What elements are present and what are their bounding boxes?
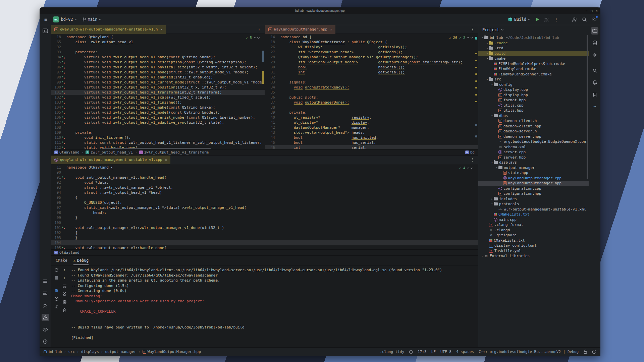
tab-options-icon[interactable]: ⋮ xyxy=(470,157,475,162)
tree-item[interactable]: Cdisplay.cpp xyxy=(478,87,589,93)
breadcrumb-item[interactable]: fzwlr_output_head_v1_transform xyxy=(139,150,209,155)
code-line[interactable]: 18 class WaylandOrchestrator : public QO… xyxy=(265,40,478,45)
settings-button[interactable] xyxy=(592,17,597,22)
next-issue-icon[interactable] xyxy=(471,36,473,38)
bookmarks-icon[interactable] xyxy=(591,91,598,98)
run-button[interactable] xyxy=(536,17,539,21)
tab-waylandoutputmanager-hpp[interactable]: H WaylandOutputManager.hpp ✕ xyxy=(265,25,335,34)
inspection-widget-right[interactable]: ⚠ 26 ✓ 2 xyxy=(449,36,473,40)
vcs-branch-selector[interactable]: main xyxy=(81,16,102,22)
tree-item[interactable]: CMakeLists.txt xyxy=(478,212,589,217)
status-breadcrumb-item[interactable]: src xyxy=(68,350,75,354)
code-line[interactable]: 31 int getSerial(); xyxy=(265,70,478,75)
tree-item[interactable]: Hdaemon-server.hpp xyxy=(478,134,589,139)
code-line[interactable]: 104 xyxy=(51,240,478,245)
code-line[interactable]: 97▲▼ virtual void zwlr_output_head_v1_mo… xyxy=(51,70,265,75)
code-line[interactable]: 27 std::vector<output_head*> getHeads(); xyxy=(265,50,478,55)
code-line[interactable]: 26 wl_display* getDisplay(); xyxy=(265,45,478,50)
code-line[interactable]: 103 } xyxy=(51,235,478,240)
next-issue-icon[interactable] xyxy=(257,36,260,38)
code-line[interactable]: 32 xyxy=(265,75,478,80)
code-line[interactable]: 108 xyxy=(51,125,265,130)
breadcrumb-item[interactable]: Nbd xyxy=(465,150,475,155)
code-line[interactable]: 99 } xyxy=(51,215,478,220)
tab-debug[interactable]: ⚠Debug xyxy=(73,256,89,265)
stripe-mark[interactable] xyxy=(262,71,264,84)
breadcrumb-item[interactable]: Szwlr_output_head_v1 xyxy=(86,150,133,155)
tree-item[interactable]: ▾cmake xyxy=(478,56,589,61)
code-line[interactable]: 104▲▼ virtual void zwlr_output_head_v1_m… xyxy=(51,105,265,110)
code-line[interactable]: 39 private: xyxy=(265,110,478,115)
tree-item[interactable]: ▾output-manager xyxy=(478,165,589,171)
code-line[interactable]: 100 xyxy=(51,220,478,225)
tree-item[interactable]: ▾displays xyxy=(478,160,589,165)
tree-item[interactable]: FindWayland.cmake xyxy=(478,66,589,72)
code-line[interactable]: 94▲▼ virtual void zwlr_output_head_v1_na… xyxy=(51,55,265,60)
run-context[interactable]: C++: org.buddiesofbudgie.Bu...aemonV2 | … xyxy=(479,350,579,354)
status-breadcrumb-item[interactable]: output-manager xyxy=(105,350,136,354)
code-line[interactable]: 30 bool hasSerial(); xyxy=(265,65,478,70)
more-tools-icon[interactable]: ⋯ xyxy=(591,103,598,110)
rerun-icon[interactable] xyxy=(54,267,59,272)
code-line[interactable]: 101▲▼ virtual void zwlr_output_head_v1_t… xyxy=(51,90,265,95)
run-configuration-selector[interactable]: Build xyxy=(506,16,531,22)
status-breadcrumb-item[interactable]: HWaylandOutputManager.hpp xyxy=(143,350,201,354)
code-line[interactable]: 90 xyxy=(51,170,478,175)
tree-item[interactable]: Hconfiguration.hpp xyxy=(478,191,589,196)
status-breadcrumb-item[interactable]: bd-lab xyxy=(49,350,62,354)
tree-item[interactable]: Hdaemon-client.hpp xyxy=(478,124,589,129)
tree-item[interactable]: Y.clang-format xyxy=(478,222,589,228)
tree-toggle-icon[interactable]: ▾ xyxy=(490,202,494,205)
code-editor[interactable]: 14namespace bd {18 class WaylandOrchestr… xyxy=(265,34,478,149)
tree-toggle-icon[interactable]: ▸ xyxy=(481,254,484,257)
tree-toggle-icon[interactable]: ▾ xyxy=(481,36,484,39)
tree-item[interactable]: ▸.zed xyxy=(478,46,589,51)
code-editor[interactable]: 18namespace QtWayland {65 class zwlr_out… xyxy=(51,34,265,149)
unlock-icon[interactable] xyxy=(583,350,587,354)
code-line[interactable]: 97 static_cast<zwlr_output_manager_v1 *>… xyxy=(51,205,478,210)
stop-icon[interactable] xyxy=(54,276,59,280)
ai-assistant-icon[interactable] xyxy=(591,51,598,59)
todo-list-icon[interactable] xyxy=(42,278,49,285)
code-line[interactable]: 93 struct ::zwlr_output_manager_v1 *obje… xyxy=(51,185,478,190)
prev-issue-icon[interactable] xyxy=(467,167,469,170)
stripe-mark[interactable] xyxy=(475,80,477,82)
tree-item[interactable]: Cmain.cpp xyxy=(478,217,589,223)
project-panel-header[interactable]: Project xyxy=(478,25,589,35)
clear-trash-icon[interactable] xyxy=(62,308,67,312)
database-icon[interactable] xyxy=(591,39,598,47)
tree-item[interactable]: Hdaemon-client.h xyxy=(478,118,589,124)
tab-qwayland-header[interactable]: H qwayland-wlr-output-management-unstabl… xyxy=(51,25,166,34)
code-line[interactable]: 105▲▼ virtual void zwlr_output_head_v1_m… xyxy=(51,110,265,115)
project-selector[interactable]: BL bd-v2 xyxy=(52,16,77,23)
tree-toggle-icon[interactable]: ▾ xyxy=(490,161,494,164)
code-line[interactable]: 45 bool has_serial; xyxy=(265,140,478,145)
tree-item[interactable]: HWaylandOutputManager.hpp xyxy=(478,181,589,186)
error-stripe[interactable] xyxy=(475,35,478,149)
tree-item[interactable]: Hstate.hpp xyxy=(478,170,589,176)
code-line[interactable]: 105▲▼ void zwlr_output_manager_v1::handl… xyxy=(51,245,478,249)
maximize-button[interactable]: ▢ xyxy=(591,9,592,12)
soft-wrap-icon[interactable] xyxy=(62,284,67,288)
tree-item[interactable]: Hserver.hpp xyxy=(478,155,589,160)
tree-item[interactable]: </>wlr-output-management-unstable-v1.xml xyxy=(478,207,589,212)
line-separator[interactable]: LF xyxy=(431,350,436,354)
code-line[interactable]: 40 wl_registry* registry; xyxy=(265,115,478,120)
code-line[interactable]: 35 xyxy=(265,90,478,95)
tree-item[interactable]: Cconfiguration.cpp xyxy=(478,186,589,191)
minimize-button[interactable]: – xyxy=(586,9,587,12)
down-stack-icon[interactable]: ↓ xyxy=(62,276,67,280)
build-tool-icon[interactable] xyxy=(54,288,59,293)
stripe-mark[interactable] xyxy=(475,94,477,96)
tree-item[interactable]: </>schema.xml xyxy=(478,144,589,150)
stripe-mark[interactable] xyxy=(475,53,477,54)
info-problems-icon[interactable] xyxy=(42,338,49,345)
breadcrumb-item[interactable]: NQtWayland xyxy=(54,250,79,255)
tree-item[interactable]: ≡org.buddiesofbudgie.BudgieDaemonX.conf xyxy=(478,139,589,144)
code-line[interactable]: 36 public slots: xyxy=(265,95,478,100)
code-line[interactable]: 102 { xyxy=(51,230,478,235)
code-line[interactable]: 109 private: xyxy=(51,130,265,135)
tree-toggle-icon[interactable]: ▾ xyxy=(486,78,489,81)
indent-setting[interactable]: 4 spaces xyxy=(456,350,474,354)
stripe-mark[interactable] xyxy=(475,60,477,61)
